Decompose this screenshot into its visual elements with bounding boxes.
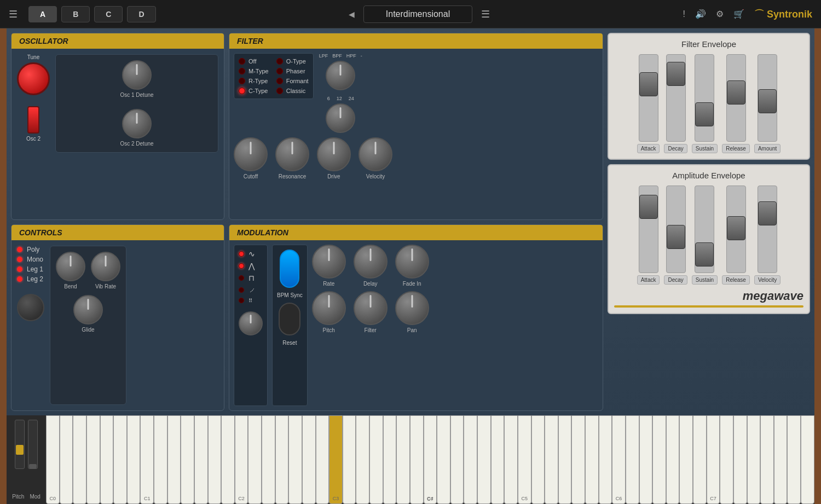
alert-icon[interactable]: !	[683, 9, 685, 19]
white-key[interactable]	[599, 415, 612, 504]
filter-mode-knob[interactable]	[326, 61, 355, 90]
white-key[interactable]	[208, 415, 222, 504]
wave-random[interactable]: ⠿	[239, 298, 263, 304]
pan-knob[interactable]	[395, 291, 429, 325]
prev-preset-icon[interactable]: ◀	[349, 10, 355, 19]
amp-decay-track[interactable]	[666, 186, 686, 273]
white-key[interactable]: C4	[424, 415, 437, 504]
white-key[interactable]: C5	[518, 415, 531, 504]
white-key[interactable]	[262, 415, 275, 504]
white-key[interactable]	[774, 415, 788, 504]
white-key[interactable]: C3	[329, 415, 343, 504]
white-key[interactable]: C2	[235, 415, 248, 504]
resonance-knob[interactable]	[275, 137, 309, 171]
white-key[interactable]	[693, 415, 707, 504]
hamburger-menu-icon[interactable]: ☰	[9, 8, 18, 20]
osc2-detune-knob[interactable]	[122, 109, 152, 138]
filter-row-off[interactable]: Off	[239, 58, 269, 65]
filter-attack-track[interactable]	[639, 54, 658, 142]
bend-knob[interactable]	[56, 252, 85, 281]
white-key[interactable]	[585, 415, 599, 504]
white-key[interactable]	[302, 415, 316, 504]
white-key[interactable]	[396, 415, 410, 504]
filter-amount-track[interactable]	[758, 54, 777, 142]
fadein-knob[interactable]	[395, 245, 429, 279]
amp-release-track[interactable]	[726, 186, 746, 273]
mod-pitch-knob[interactable]	[312, 291, 346, 325]
filter-row-rtype[interactable]: R-Type	[239, 78, 269, 84]
white-key[interactable]	[464, 415, 477, 504]
white-key[interactable]	[720, 415, 733, 504]
white-key[interactable]	[626, 415, 639, 504]
tune-knob[interactable]	[17, 62, 50, 95]
white-key[interactable]	[639, 415, 653, 504]
pitch-strip[interactable]	[15, 420, 25, 469]
white-key[interactable]	[127, 415, 141, 504]
vib-rate-knob[interactable]	[91, 252, 120, 281]
mod-filter-knob[interactable]	[354, 291, 388, 325]
white-key[interactable]	[652, 415, 666, 504]
bpm-sync-toggle[interactable]	[280, 250, 299, 288]
white-key[interactable]	[450, 415, 464, 504]
white-key[interactable]	[86, 415, 100, 504]
white-key[interactable]: C7	[801, 415, 814, 504]
white-key[interactable]	[356, 415, 369, 504]
white-key[interactable]	[221, 415, 235, 504]
filter-release-thumb[interactable]	[727, 80, 745, 105]
amp-velocity-thumb[interactable]	[758, 201, 777, 225]
white-key[interactable]: C6	[612, 415, 626, 504]
white-key[interactable]: C7	[707, 415, 720, 504]
leg2-row[interactable]: Leg 2	[17, 275, 44, 283]
white-key[interactable]	[760, 415, 774, 504]
white-key[interactable]	[167, 415, 181, 504]
white-key[interactable]	[383, 415, 397, 504]
filter-sustain-thumb[interactable]	[695, 102, 714, 126]
delay-knob[interactable]	[354, 245, 388, 279]
white-key[interactable]: C0	[46, 415, 60, 504]
white-key[interactable]	[666, 415, 680, 504]
white-key[interactable]	[194, 415, 208, 504]
white-key[interactable]	[477, 415, 491, 504]
white-key[interactable]	[100, 415, 114, 504]
cart-icon[interactable]: 🛒	[733, 9, 744, 19]
filter-row-phaser[interactable]: Phaser	[276, 68, 309, 74]
filter-row-otype[interactable]: O-Type	[276, 58, 309, 65]
white-key[interactable]: C1	[140, 415, 154, 504]
extra-control-knob[interactable]	[17, 294, 44, 321]
glide-knob[interactable]	[73, 295, 103, 325]
white-key[interactable]	[410, 415, 424, 504]
wave-saw[interactable]: ⟋	[239, 286, 263, 294]
mono-row[interactable]: Mono	[17, 256, 44, 263]
amp-sustain-thumb[interactable]	[695, 242, 714, 267]
filter-release-track[interactable]	[726, 54, 746, 142]
amp-sustain-track[interactable]	[695, 186, 714, 273]
preset-tab-c[interactable]: C	[94, 6, 123, 22]
preset-tab-a[interactable]: A	[28, 6, 57, 22]
white-key[interactable]	[275, 415, 289, 504]
amp-velocity-track[interactable]	[758, 186, 777, 273]
cutoff-knob[interactable]	[234, 137, 268, 171]
white-key[interactable]	[545, 415, 558, 504]
filter-pole-knob[interactable]	[326, 103, 355, 133]
filter-row-ctype[interactable]: C-Type	[239, 88, 269, 94]
filter-attack-thumb[interactable]	[639, 72, 658, 96]
white-key[interactable]	[73, 415, 86, 504]
white-key[interactable]	[154, 415, 167, 504]
osc1-detune-knob[interactable]	[122, 60, 152, 90]
wave-sine[interactable]: ∿	[239, 250, 263, 258]
filter-row-mtype[interactable]: M-Type	[239, 68, 269, 74]
filter-decay-thumb[interactable]	[667, 62, 685, 86]
poly-row[interactable]: Poly	[17, 246, 44, 253]
filter-amount-thumb[interactable]	[758, 89, 777, 113]
white-key[interactable]	[491, 415, 505, 504]
leg1-row[interactable]: Leg 1	[17, 265, 44, 273]
filter-sustain-track[interactable]	[695, 54, 714, 142]
reset-knob[interactable]	[279, 303, 300, 335]
white-key[interactable]	[60, 415, 73, 504]
velocity-knob[interactable]	[359, 137, 392, 171]
amp-decay-thumb[interactable]	[667, 225, 685, 249]
rate-knob[interactable]	[312, 245, 346, 279]
white-key[interactable]	[504, 415, 518, 504]
wave-tri[interactable]: ⋀	[239, 262, 263, 270]
wave-square[interactable]: ⊓	[239, 274, 263, 282]
